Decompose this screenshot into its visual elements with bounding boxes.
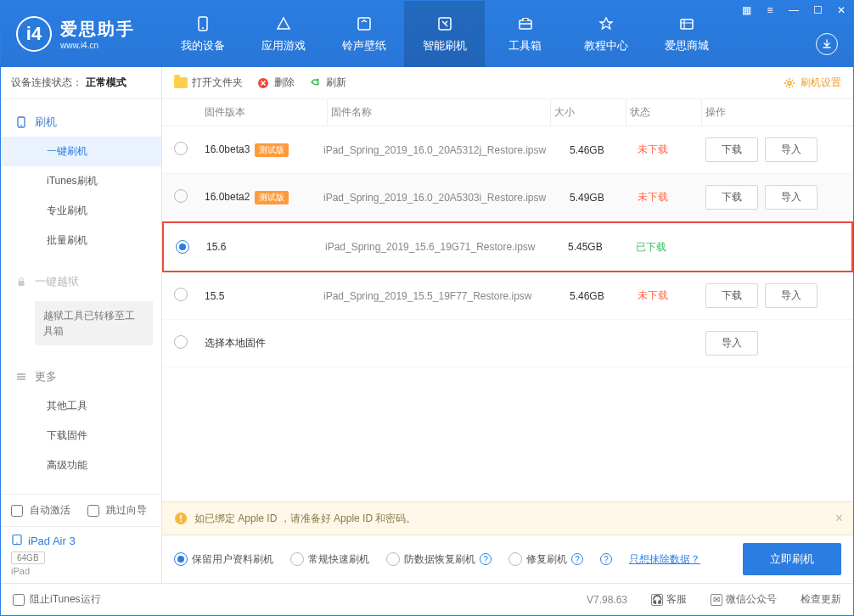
help-icon[interactable]: ?: [600, 553, 612, 565]
download-button[interactable]: 下载: [705, 185, 758, 210]
nav-item-4[interactable]: 工具箱: [485, 1, 565, 67]
firmware-name: iPad_Spring_2019_15.6_19G71_Restore.ipsw: [325, 241, 568, 253]
nav-item-3[interactable]: 智能刷机: [404, 1, 485, 67]
sidebar-section-flash[interactable]: 刷机: [1, 108, 161, 137]
nav-icon: [677, 14, 696, 33]
radio-icon[interactable]: [174, 189, 188, 203]
svg-rect-4: [520, 20, 531, 29]
nav-icon: [355, 14, 374, 33]
table-row[interactable]: 16.0beta2测试版iPad_Spring_2019_16.0_20A530…: [162, 174, 853, 221]
check-update-link[interactable]: 检查更新: [801, 592, 841, 607]
status-badge: 未下载: [638, 143, 705, 157]
nav-item-2[interactable]: 铃声壁纸: [323, 1, 404, 67]
opt-normal-fast[interactable]: 常规快速刷机: [290, 552, 369, 567]
table-row[interactable]: 15.6iPad_Spring_2019_15.6_19G71_Restore.…: [162, 221, 853, 272]
beta-badge: 测试版: [255, 191, 289, 204]
close-button[interactable]: ✕: [829, 1, 853, 20]
firmware-size: 5.49GB: [570, 192, 638, 204]
logo-title: 爱思助手: [60, 18, 135, 41]
block-itunes-checkbox[interactable]: [13, 594, 25, 606]
menu-bars-icon: [14, 370, 28, 384]
nav-icon: [194, 14, 212, 33]
app-header: i4 爱思助手 www.i4.cn 我的设备应用游戏铃声壁纸智能刷机工具箱教程中…: [1, 1, 853, 67]
sidebar: 设备连接状态： 正常模式 刷机 一键刷机iTunes刷机专业刷机批量刷机 一键越…: [1, 67, 162, 583]
radio-icon[interactable]: [174, 335, 188, 349]
radio-icon[interactable]: [174, 288, 188, 301]
import-button[interactable]: 导入: [765, 283, 817, 308]
svg-rect-8: [19, 281, 25, 286]
menu-icon[interactable]: ≡: [758, 1, 782, 20]
grid-icon[interactable]: ▦: [734, 1, 758, 20]
import-button[interactable]: 导入: [765, 137, 817, 162]
warning-icon: [174, 512, 188, 525]
auto-activate-label: 自动激活: [30, 503, 70, 518]
footer: 阻止iTunes运行 V7.98.63 🎧客服 ✉微信公众号 检查更新: [1, 583, 853, 615]
phone-icon: [14, 115, 28, 129]
gear-icon: [783, 76, 796, 90]
table-row-local[interactable]: 选择本地固件导入: [162, 320, 853, 367]
minimize-button[interactable]: —: [782, 1, 806, 20]
nav-icon: [597, 14, 615, 33]
import-button[interactable]: 导入: [705, 331, 758, 356]
delete-icon: [256, 76, 270, 90]
radio-icon: [508, 552, 522, 566]
auto-activate-checkbox[interactable]: [11, 505, 23, 517]
delete-button[interactable]: 删除: [256, 76, 295, 90]
flash-settings-button[interactable]: 刷机设置: [783, 76, 841, 90]
radio-icon: [290, 552, 304, 566]
device-type: iPad: [11, 566, 151, 576]
open-folder-button[interactable]: 打开文件夹: [174, 76, 243, 90]
import-button[interactable]: 导入: [765, 185, 817, 210]
nav-item-1[interactable]: 应用游戏: [243, 1, 323, 67]
download-button[interactable]: 下载: [705, 137, 758, 162]
nav-item-6[interactable]: 爱思商城: [646, 1, 727, 67]
customer-service-link[interactable]: 🎧客服: [651, 592, 687, 607]
help-icon[interactable]: ?: [480, 553, 492, 565]
maximize-button[interactable]: ☐: [806, 1, 829, 20]
sidebar-item[interactable]: 其他工具: [1, 391, 161, 421]
main-panel: 打开文件夹 删除 刷新 刷机设置 固件版本 固件名称 大小 状态 操作 16.0…: [162, 67, 853, 583]
skip-guide-checkbox[interactable]: [87, 505, 99, 517]
opt-anti-loss[interactable]: 防数据恢复刷机?: [386, 552, 492, 567]
skip-guide-label: 跳过向导: [106, 503, 147, 518]
toolbar: 打开文件夹 删除 刷新 刷机设置: [162, 67, 853, 99]
refresh-button[interactable]: 刷新: [308, 76, 346, 90]
close-notice-icon[interactable]: ×: [835, 511, 843, 526]
sidebar-item[interactable]: 批量刷机: [1, 226, 161, 255]
table-row[interactable]: 16.0beta3测试版iPad_Spring_2019_16.0_20A531…: [162, 126, 853, 174]
start-flash-button[interactable]: 立即刷机: [743, 543, 841, 575]
radio-icon[interactable]: [174, 142, 188, 155]
sidebar-item[interactable]: 一键刷机: [1, 137, 161, 166]
opt-keep-data[interactable]: 保留用户资料刷机: [174, 552, 273, 567]
sidebar-item[interactable]: 专业刷机: [1, 196, 161, 226]
wechat-link[interactable]: ✉微信公众号: [711, 592, 777, 607]
appleid-notice: 如已绑定 Apple ID ，请准备好 Apple ID 和密码。 ×: [162, 501, 853, 535]
nav-item-5[interactable]: 教程中心: [565, 1, 646, 67]
status-badge: 已下载: [636, 240, 704, 255]
radio-icon: [386, 552, 400, 566]
download-center-icon[interactable]: [816, 33, 838, 55]
nav-item-0[interactable]: 我的设备: [162, 1, 243, 67]
sidebar-item[interactable]: 下载固件: [1, 421, 161, 451]
sidebar-item[interactable]: 高级功能: [1, 451, 161, 480]
nav-icon: [435, 14, 454, 33]
help-icon[interactable]: ?: [571, 553, 583, 565]
folder-icon: [174, 77, 188, 88]
erase-only-link[interactable]: 只想抹除数据？: [629, 552, 700, 567]
nav-icon: [274, 14, 293, 33]
svg-point-1: [202, 27, 204, 29]
radio-icon: [174, 552, 188, 566]
svg-point-10: [16, 542, 17, 543]
table-row[interactable]: 15.5iPad_Spring_2019_15.5_19F77_Restore.…: [162, 272, 853, 320]
sidebar-section-more[interactable]: 更多: [1, 362, 161, 391]
flash-options: 保留用户资料刷机 常规快速刷机 防数据恢复刷机? 修复刷机? ? 只想抹除数据？…: [162, 535, 853, 583]
sidebar-item[interactable]: iTunes刷机: [1, 166, 161, 196]
opt-repair[interactable]: 修复刷机?: [508, 552, 583, 567]
download-button[interactable]: 下载: [705, 283, 758, 308]
logo[interactable]: i4 爱思助手 www.i4.cn: [1, 16, 162, 52]
firmware-size: 5.46GB: [570, 290, 638, 302]
radio-icon[interactable]: [176, 240, 189, 254]
nav-icon: [516, 14, 535, 33]
jailbreak-note: 越狱工具已转移至工具箱: [35, 301, 153, 345]
device-info[interactable]: iPad Air 3 64GB iPad: [1, 526, 161, 583]
